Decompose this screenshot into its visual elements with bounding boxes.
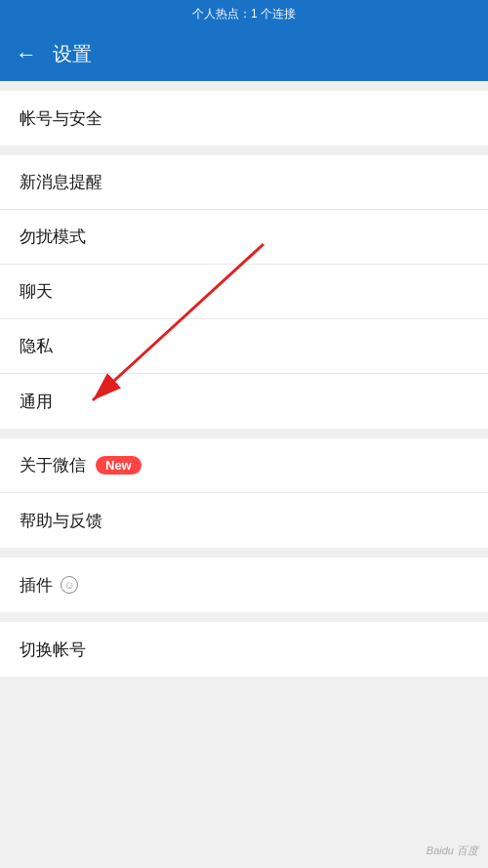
status-bar: 个人热点：1 个连接: [0, 0, 488, 27]
group-separator-2: [0, 429, 488, 438]
settings-content: 帐号与安全新消息提醒勿扰模式聊天隐私通用关于微信New帮助与反馈插件☺切换帐号: [0, 81, 488, 677]
group-separator-3: [0, 548, 488, 558]
settings-item-label-about-wechat: 关于微信: [20, 454, 86, 476]
status-bar-text: 个人热点：1 个连接: [192, 6, 296, 22]
settings-item-label-chat: 聊天: [20, 280, 53, 303]
settings-group-group3: 关于微信New帮助与反馈: [0, 438, 488, 548]
settings-item-label-account-security: 帐号与安全: [20, 107, 102, 130]
page-title: 设置: [53, 41, 92, 67]
settings-item-general[interactable]: 通用: [0, 374, 488, 429]
group-separator-0: [0, 81, 488, 91]
settings-item-plugins[interactable]: 插件☺: [0, 558, 488, 612]
settings-item-about-wechat[interactable]: 关于微信New: [0, 438, 488, 493]
settings-item-label-help-feedback: 帮助与反馈: [20, 510, 102, 532]
settings-item-switch-account[interactable]: 切换帐号: [0, 622, 488, 677]
settings-item-label-plugins: 插件: [20, 574, 53, 597]
settings-item-label-dnd-mode: 勿扰模式: [20, 226, 86, 248]
settings-item-chat[interactable]: 聊天: [0, 265, 488, 319]
toolbar: ← 设置: [0, 27, 488, 81]
group-separator-4: [0, 612, 488, 622]
settings-item-privacy[interactable]: 隐私: [0, 319, 488, 374]
new-badge-about-wechat: New: [96, 456, 142, 475]
settings-item-help-feedback[interactable]: 帮助与反馈: [0, 493, 488, 548]
settings-item-label-new-message: 新消息提醒: [20, 171, 102, 193]
group-separator-1: [0, 145, 488, 155]
settings-item-dnd-mode[interactable]: 勿扰模式: [0, 210, 488, 265]
settings-item-label-privacy: 隐私: [20, 335, 53, 357]
back-button[interactable]: ←: [16, 42, 37, 67]
settings-group-group4: 插件☺: [0, 558, 488, 612]
plugin-circle-icon: ☺: [61, 576, 78, 594]
settings-group-group1: 帐号与安全: [0, 91, 488, 145]
settings-item-label-switch-account: 切换帐号: [20, 639, 86, 661]
settings-item-label-general: 通用: [20, 391, 53, 413]
settings-item-account-security[interactable]: 帐号与安全: [0, 91, 488, 145]
settings-group-group5: 切换帐号: [0, 622, 488, 677]
settings-item-new-message[interactable]: 新消息提醒: [0, 155, 488, 210]
watermark-text: Baidu 百度: [427, 845, 478, 856]
settings-group-group2: 新消息提醒勿扰模式聊天隐私通用: [0, 155, 488, 429]
watermark: Baidu 百度: [427, 841, 478, 858]
